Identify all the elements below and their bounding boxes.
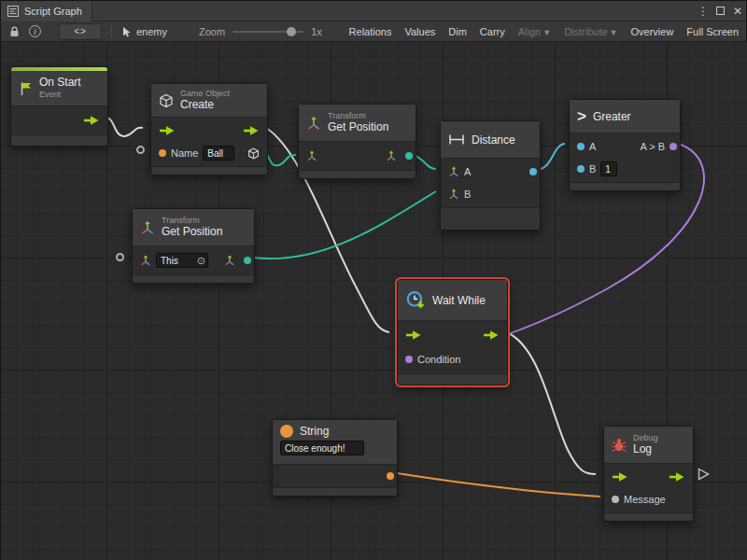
cube-icon: [159, 93, 174, 108]
breadcrumb-graph[interactable]: enemy: [121, 26, 167, 37]
node-footer: [133, 274, 254, 283]
wire-waitwhile-to-log[interactable]: [507, 332, 596, 474]
control-input-port[interactable]: [159, 125, 176, 136]
control-output-port[interactable]: [669, 471, 685, 483]
window-menu-icon[interactable]: ⋮: [695, 5, 712, 18]
vector3-input-icon[interactable]: [448, 189, 459, 200]
node-title: Greater: [593, 110, 631, 123]
info-icon[interactable]: i: [24, 21, 46, 42]
node-header: On Start Event: [11, 71, 107, 106]
output-label: A > B: [640, 141, 665, 152]
number-output-port[interactable]: [529, 168, 537, 175]
node-footer: [299, 170, 416, 178]
control-input-port[interactable]: [612, 471, 628, 483]
control-output-port[interactable]: [243, 125, 260, 136]
greater-icon: >: [577, 107, 586, 126]
input-a-label: A: [464, 166, 471, 177]
input-b-label: B: [589, 163, 596, 175]
node-title: Get Position: [162, 226, 222, 239]
vector3-output-icon: [224, 255, 235, 266]
window-title: Script Graph: [24, 6, 82, 17]
message-input-port[interactable]: [612, 496, 619, 503]
wire-onstart-to-create[interactable]: [106, 118, 143, 136]
node-distance[interactable]: Distance A B: [440, 120, 541, 231]
b-value-input[interactable]: [600, 161, 617, 176]
align-dropdown[interactable]: Align▼: [518, 26, 551, 37]
node-get-position-1[interactable]: Transform Get Position: [298, 104, 416, 179]
control-output-port[interactable]: [83, 115, 100, 126]
node-wait-while[interactable]: Wait While Condition: [397, 279, 508, 385]
node-footer: [151, 166, 267, 175]
condition-input-port[interactable]: [405, 356, 413, 363]
number-input-port-b[interactable]: [577, 165, 585, 173]
node-header: String: [273, 420, 397, 465]
node-footer: [570, 182, 680, 190]
unconnected-control-output-triangle[interactable]: [698, 468, 710, 484]
toolbar-divider: [111, 25, 112, 38]
string-value-input[interactable]: [280, 441, 364, 455]
zoom-slider[interactable]: [233, 31, 303, 33]
full-screen-button[interactable]: Full Screen: [686, 26, 739, 37]
node-header: > Greater: [570, 100, 680, 133]
node-greater[interactable]: > Greater A A > B B: [569, 99, 681, 191]
dim-button[interactable]: Dim: [448, 26, 467, 37]
node-get-position-2[interactable]: Transform Get Position ⊙: [132, 208, 255, 284]
vector3-output-port[interactable]: [244, 257, 251, 264]
vector3-input-icon[interactable]: [448, 166, 459, 177]
values-button[interactable]: Values: [404, 26, 435, 37]
node-title: Get Position: [328, 121, 388, 134]
control-input-port[interactable]: [405, 329, 422, 341]
node-header: Transform Get Position: [133, 209, 254, 246]
unconnected-port-ring[interactable]: [136, 146, 145, 154]
wire-string-to-message[interactable]: [397, 473, 600, 497]
node-footer: [441, 207, 540, 230]
gameobject-output-port[interactable]: [247, 147, 260, 160]
carry-button[interactable]: Carry: [480, 26, 505, 37]
distribute-dropdown[interactable]: Distribute▼: [564, 26, 617, 37]
tab-script-graph[interactable]: Script Graph: [1, 1, 92, 21]
node-footer: [273, 487, 397, 496]
zoom-slider-handle[interactable]: [287, 27, 296, 36]
relations-button[interactable]: Relations: [349, 26, 392, 37]
lock-icon[interactable]: [5, 21, 24, 42]
name-value-input[interactable]: [203, 146, 234, 161]
node-debug-log[interactable]: Debug Log Message: [603, 426, 694, 522]
control-output-port[interactable]: [483, 329, 500, 341]
node-string-literal[interactable]: String: [272, 419, 398, 497]
vector3-output-icon: [386, 150, 397, 161]
vector3-output-port[interactable]: [405, 152, 413, 160]
node-title: Wait While: [432, 294, 486, 307]
window-maximize-icon[interactable]: [716, 7, 725, 15]
string-input-port[interactable]: [159, 149, 166, 157]
node-header: Debug Log: [604, 427, 693, 464]
node-gameobject-create[interactable]: Game Object Create Name: [150, 83, 268, 175]
toolbar-buttons: Relations Values Dim Carry Align▼ Distri…: [349, 26, 739, 37]
bool-output-port[interactable]: [669, 143, 677, 150]
graph-canvas[interactable]: On Start Event Gam: [1, 42, 747, 560]
transform-icon: [306, 116, 321, 131]
wire-distance-to-greater[interactable]: [539, 144, 565, 169]
script-graph-icon: [7, 6, 19, 17]
target-icon: ⊙: [197, 256, 205, 266]
transform-input-port[interactable]: [306, 150, 317, 161]
transform-input-port[interactable]: [140, 255, 151, 266]
pointer-icon: [121, 26, 132, 37]
node-header: Wait While: [398, 280, 507, 321]
overview-button[interactable]: Overview: [631, 26, 674, 37]
window-close-icon[interactable]: ✕: [729, 5, 746, 18]
unconnected-port-ring[interactable]: [116, 253, 124, 261]
message-label: Message: [624, 494, 666, 505]
wire-getposition2-to-distance-b[interactable]: [253, 191, 436, 259]
node-on-start-event[interactable]: On Start Event: [10, 66, 108, 147]
node-footer: [398, 373, 507, 385]
wait-clock-icon: [405, 290, 426, 311]
node-title: Distance: [472, 133, 515, 147]
string-output-port[interactable]: [387, 472, 394, 480]
node-header: Transform Get Position: [299, 105, 416, 142]
flag-icon: [19, 81, 33, 96]
name-port-label: Name: [171, 147, 198, 159]
number-input-port-a[interactable]: [577, 143, 585, 150]
node-footer: [11, 134, 107, 146]
code-preview-button[interactable]: <>: [59, 23, 102, 40]
condition-label: Condition: [417, 354, 460, 365]
